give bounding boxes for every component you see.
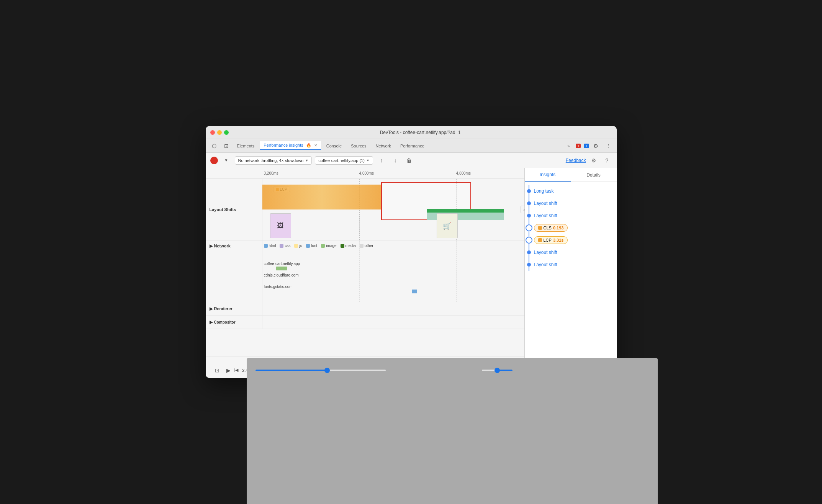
font-dot bbox=[306, 244, 310, 248]
minimize-button[interactable] bbox=[217, 130, 222, 135]
html-dot bbox=[264, 244, 268, 248]
resource-row-1: coffee-cart.netlify.app bbox=[264, 262, 300, 266]
insight-layout-shift-3: Layout shift bbox=[534, 246, 617, 259]
scrollbar-area bbox=[206, 357, 524, 362]
scrollbar-thumb[interactable] bbox=[247, 358, 525, 378]
tab-elements[interactable]: Elements bbox=[233, 142, 259, 150]
network-expand-arrow[interactable]: ▶ bbox=[210, 244, 213, 249]
scrollbar-track[interactable] bbox=[262, 358, 468, 361]
renderer-content bbox=[262, 302, 524, 315]
thumbnail-2: 🛒 bbox=[437, 213, 458, 238]
tab-performance-insights[interactable]: Performance insights 🔥 ✕ bbox=[260, 141, 321, 150]
other-dot bbox=[360, 244, 364, 248]
toolbar-settings-icon[interactable]: ⚙ bbox=[589, 155, 599, 165]
ruler-mark-3200: 3,200ms bbox=[264, 171, 278, 175]
expand-panel-arrow[interactable]: › bbox=[521, 206, 524, 213]
back-to-start-button[interactable]: |◀ bbox=[234, 368, 239, 373]
resource-row-3: fonts.gstatic.com bbox=[264, 285, 293, 289]
insight-layout-shift-2: Layout shift bbox=[534, 209, 617, 222]
dropdown-arrow-icon[interactable]: ▼ bbox=[221, 155, 232, 166]
time-slider-fill bbox=[255, 370, 327, 371]
layout-shift-2-link[interactable]: Layout shift bbox=[534, 213, 557, 218]
upload-icon[interactable]: ↑ bbox=[376, 155, 387, 166]
dot-layout-shift-4 bbox=[527, 263, 531, 267]
media-label: media bbox=[346, 244, 356, 248]
resource-1-bar bbox=[276, 267, 287, 270]
url-dropdown[interactable]: coffee-cart.netlify.app (1) ▼ bbox=[315, 156, 373, 165]
renderer-track: ▶ Renderer bbox=[206, 302, 524, 316]
ruler-mark-4000: 4,000ms bbox=[359, 171, 374, 175]
compositor-label-text: Compositor bbox=[214, 320, 236, 324]
time-slider[interactable] bbox=[255, 370, 386, 371]
css-label: css bbox=[285, 244, 290, 248]
resource-2-name: cdnjs.cloudflare.com bbox=[264, 273, 299, 277]
renderer-expand-arrow[interactable]: ▶ bbox=[210, 306, 213, 311]
long-task-link[interactable]: Long task bbox=[534, 188, 554, 194]
time-slider-thumb[interactable] bbox=[324, 368, 330, 373]
zoom-slider-thumb[interactable] bbox=[495, 368, 500, 373]
orange-bar bbox=[262, 185, 381, 209]
insight-cls: CLS 0.193 bbox=[534, 222, 617, 234]
lcp-value: 3.31s bbox=[553, 238, 564, 242]
download-icon[interactable]: ↓ bbox=[390, 155, 401, 166]
compositor-expand-arrow[interactable]: ▶ bbox=[210, 320, 213, 325]
title-bar: DevTools - coffee-cart.netlify.app/?ad=1 bbox=[206, 126, 617, 139]
legend-image: image bbox=[321, 244, 336, 248]
cursor-icon[interactable]: ⬡ bbox=[209, 141, 219, 151]
throttle-dropdown[interactable]: No network throttling, 4× slowdown ▼ bbox=[235, 156, 312, 165]
js-label: js bbox=[299, 244, 302, 248]
tab-details[interactable]: Details bbox=[571, 168, 617, 182]
net-dashed-1 bbox=[359, 241, 360, 302]
dot-long-task bbox=[527, 189, 531, 193]
record-button[interactable] bbox=[210, 157, 218, 164]
tab-insights[interactable]: Insights bbox=[525, 168, 571, 182]
error-badge: 1 bbox=[576, 144, 581, 148]
delete-icon[interactable]: 🗑 bbox=[404, 155, 414, 166]
cls-badge[interactable]: CLS 0.193 bbox=[534, 224, 568, 232]
more-tabs-button[interactable]: » bbox=[563, 142, 573, 150]
image-label: image bbox=[326, 244, 336, 248]
insight-layout-shift-1: Layout shift bbox=[534, 197, 617, 209]
lcp-badge-right[interactable]: LCP 3.31s bbox=[534, 236, 568, 244]
dot-layout-shift-1 bbox=[527, 201, 531, 205]
zoom-slider[interactable] bbox=[482, 370, 513, 371]
message-badge: 1 bbox=[584, 144, 589, 148]
close-button[interactable] bbox=[210, 130, 215, 135]
css-dot bbox=[280, 244, 283, 248]
maximize-button[interactable] bbox=[224, 130, 229, 135]
compositor-label: ▶ Compositor bbox=[206, 316, 262, 329]
dot-layout-shift-3 bbox=[527, 250, 531, 254]
renderer-label: ▶ Renderer bbox=[206, 302, 262, 315]
layout-shift-4-link[interactable]: Layout shift bbox=[534, 262, 557, 267]
tab-network[interactable]: Network bbox=[372, 142, 395, 150]
timeline-tracks: Layout Shifts LCP bbox=[206, 179, 524, 357]
tab-performance[interactable]: Performance bbox=[396, 142, 428, 150]
insight-lcp: LCP 3.31s bbox=[534, 234, 617, 246]
html-label: html bbox=[269, 244, 276, 248]
feedback-link[interactable]: Feedback bbox=[566, 158, 586, 163]
more-options-icon[interactable]: ⋮ bbox=[603, 141, 614, 151]
play-button[interactable]: ▶ bbox=[226, 367, 231, 373]
thumbnail-2-icon: 🛒 bbox=[443, 222, 451, 230]
compositor-content bbox=[262, 316, 524, 329]
tab-close-icon[interactable]: ✕ bbox=[314, 143, 317, 147]
layout-shift-1-link[interactable]: Layout shift bbox=[534, 201, 557, 206]
tab-sources[interactable]: Sources bbox=[347, 142, 370, 150]
left-panel: 3,200ms 4,000ms 4,800ms Layout Shifts bbox=[206, 168, 525, 378]
layout-shift-3-link[interactable]: Layout shift bbox=[534, 250, 557, 255]
settings-icon[interactable]: ⚙ bbox=[591, 141, 601, 151]
timeline-header: 3,200ms 4,000ms 4,800ms bbox=[206, 168, 524, 179]
green-bar bbox=[427, 209, 504, 213]
image-dot bbox=[321, 244, 325, 248]
tab-console[interactable]: Console bbox=[323, 142, 346, 150]
layout-shifts-content[interactable]: LCP 🖼 🛒 bbox=[262, 179, 524, 240]
network-label: ▶ Network bbox=[206, 241, 262, 302]
device-icon[interactable]: ⊡ bbox=[221, 141, 232, 151]
toolbar-help-icon[interactable]: ? bbox=[602, 155, 612, 165]
tab-badges: 1 1 bbox=[575, 144, 589, 148]
screen-capture-icon[interactable]: ⊡ bbox=[212, 365, 223, 376]
layout-shifts-track: Layout Shifts LCP bbox=[206, 179, 524, 241]
insight-timeline: Long task Layout shift Layout shift bbox=[525, 185, 617, 271]
js-dot bbox=[294, 244, 298, 248]
url-label: coffee-cart.netlify.app (1) bbox=[318, 158, 365, 163]
